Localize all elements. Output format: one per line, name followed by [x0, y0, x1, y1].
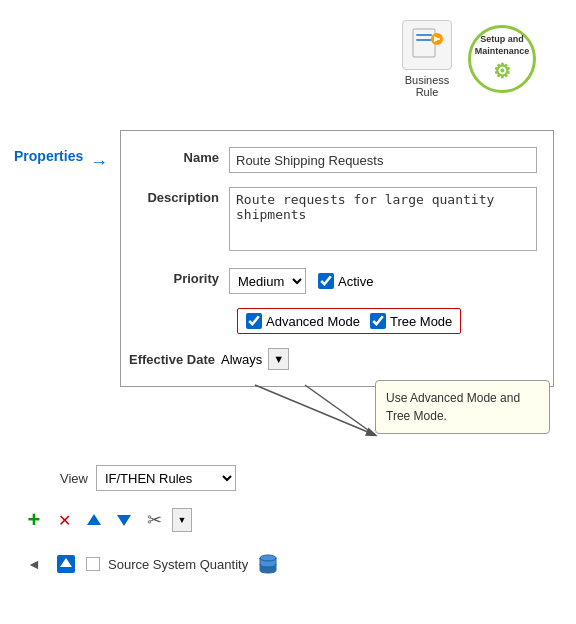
priority-select[interactable]: MediumLowHigh	[229, 268, 306, 294]
setup-maintenance-button[interactable]: Setup and Maintenance ⚙	[468, 25, 536, 93]
name-field-area	[229, 147, 537, 173]
top-icons-area: Business Rule Setup and Maintenance ⚙	[402, 20, 536, 98]
active-checkbox-area: Active	[318, 273, 373, 289]
bottom-row: ◄ Source System Quantity	[22, 552, 280, 576]
priority-control-area: MediumLowHigh Active	[229, 268, 537, 294]
advanced-mode-item: Advanced Mode	[246, 313, 360, 329]
description-label: Description	[129, 187, 229, 205]
db-icon-button[interactable]	[256, 552, 280, 576]
effective-date-value: Always	[221, 352, 262, 367]
advanced-mode-label: Advanced Mode	[266, 314, 360, 329]
business-rule-image	[402, 20, 452, 70]
callout-tooltip: Use Advanced Mode and Tree Mode.	[375, 380, 550, 434]
row-checkbox[interactable]	[86, 557, 100, 571]
toolbar-dropdown-button[interactable]: ▼	[172, 508, 192, 532]
expand-button[interactable]	[54, 552, 78, 576]
bottom-row-text: Source System Quantity	[108, 557, 248, 572]
form-panel: Name Description Route requests for larg…	[120, 130, 554, 387]
svg-line-7	[305, 385, 375, 435]
name-input[interactable]	[229, 147, 537, 173]
sort-icon-button[interactable]: ◄	[22, 552, 46, 576]
properties-label: Properties	[14, 148, 83, 164]
active-label: Active	[338, 274, 373, 289]
tree-mode-item: Tree Mode	[370, 313, 452, 329]
cut-button[interactable]: ✂	[142, 508, 166, 532]
priority-row: Priority MediumLowHigh Active	[129, 268, 537, 294]
move-up-button[interactable]	[82, 508, 106, 532]
move-down-button[interactable]	[112, 508, 136, 532]
move-up-icon	[85, 511, 103, 529]
setup-label-line2: Maintenance	[475, 46, 530, 58]
name-row: Name	[129, 147, 537, 173]
svg-rect-0	[413, 29, 435, 57]
properties-arrow-icon: →	[90, 152, 108, 173]
svg-marker-9	[117, 515, 131, 526]
mode-group: Advanced Mode Tree Mode	[237, 308, 461, 334]
effective-date-dropdown[interactable]: ▼	[268, 348, 289, 370]
priority-label: Priority	[129, 268, 229, 286]
effective-date-label: Effective Date	[129, 352, 215, 367]
gear-icon: ⚙	[493, 58, 511, 84]
svg-marker-8	[87, 514, 101, 525]
business-rule-label: Business Rule	[405, 74, 450, 98]
name-label: Name	[129, 147, 229, 165]
tree-mode-label: Tree Mode	[390, 314, 452, 329]
callout-text: Use Advanced Mode and Tree Mode.	[386, 391, 520, 423]
delete-button[interactable]: ✕	[52, 508, 76, 532]
view-select[interactable]: IF/THEN RulesDecision Table	[96, 465, 236, 491]
description-field-area: Route requests for large quantity shipme…	[229, 187, 537, 254]
description-row: Description Route requests for large qua…	[129, 187, 537, 254]
effective-date-row: Effective Date Always ▼	[129, 348, 537, 370]
expand-icon	[55, 553, 77, 575]
add-button[interactable]: +	[22, 508, 46, 532]
view-row: View IF/THEN RulesDecision Table	[60, 465, 236, 491]
toolbar-row: + ✕ ✂ ▼	[22, 508, 192, 532]
priority-controls: MediumLowHigh Active	[229, 268, 537, 294]
svg-rect-2	[416, 39, 432, 41]
svg-line-6	[255, 385, 375, 435]
business-rule-button[interactable]: Business Rule	[402, 20, 452, 98]
database-icon	[256, 552, 280, 576]
setup-label-line1: Setup and	[480, 34, 524, 46]
view-label: View	[60, 471, 88, 486]
active-checkbox[interactable]	[318, 273, 334, 289]
advanced-mode-checkbox[interactable]	[246, 313, 262, 329]
mode-row: Advanced Mode Tree Mode	[237, 308, 537, 334]
move-down-icon	[115, 511, 133, 529]
sort-icon: ◄	[27, 556, 41, 572]
description-input[interactable]: Route requests for large quantity shipme…	[229, 187, 537, 251]
svg-rect-1	[416, 34, 432, 36]
tree-mode-checkbox[interactable]	[370, 313, 386, 329]
business-rule-svg-icon	[409, 27, 445, 63]
